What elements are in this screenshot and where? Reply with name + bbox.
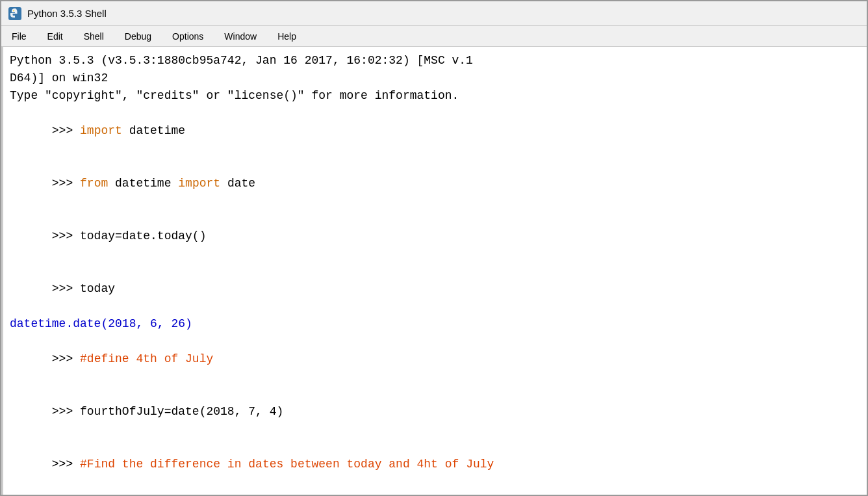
cmd-daysto4th-assign: >>> daysto4th=fourthOfJuly-today [10,491,860,495]
python-icon [8,7,22,21]
menu-debug[interactable]: Debug [121,30,155,43]
cmd-fourthofjuly-assign: >>> fourthOfJuly=date(2018, 7, 4) [10,385,860,438]
python-shell-window: Python 3.5.3 Shell File Edit Shell Debug… [0,0,868,496]
menu-shell[interactable]: Shell [80,30,108,43]
menu-options[interactable]: Options [168,30,207,43]
menu-window[interactable]: Window [220,30,261,43]
menu-file[interactable]: File [8,30,31,43]
menu-help[interactable]: Help [274,30,300,43]
cmd-from-datetime: >>> from datetime import date [10,157,860,210]
title-bar: Python 3.5.3 Shell [1,1,867,26]
info-line-3: Type "copyright", "credits" or "license(… [10,87,860,105]
cmd-today-assign: >>> today=date.today() [10,210,860,263]
info-line-1: Python 3.5.3 (v3.5.3:1880cb95a742, Jan 1… [10,52,860,70]
title-text: Python 3.5.3 Shell [27,8,107,19]
cmd-comment-define: >>> #define 4th of July [10,333,860,385]
info-line-2: D64)] on win32 [10,70,860,87]
shell-content[interactable]: Python 3.5.3 (v3.5.3:1880cb95a742, Jan 1… [1,47,867,495]
output-datetime-date: datetime.date(2018, 6, 26) [10,315,860,333]
menu-bar: File Edit Shell Debug Options Window Hel… [1,26,867,47]
cmd-import-datetime: >>> import datetime [10,105,860,157]
menu-edit[interactable]: Edit [44,30,67,43]
cmd-comment-find: >>> #Find the difference in dates betwee… [10,438,860,491]
svg-point-1 [13,10,14,11]
cmd-today: >>> today [10,263,860,315]
